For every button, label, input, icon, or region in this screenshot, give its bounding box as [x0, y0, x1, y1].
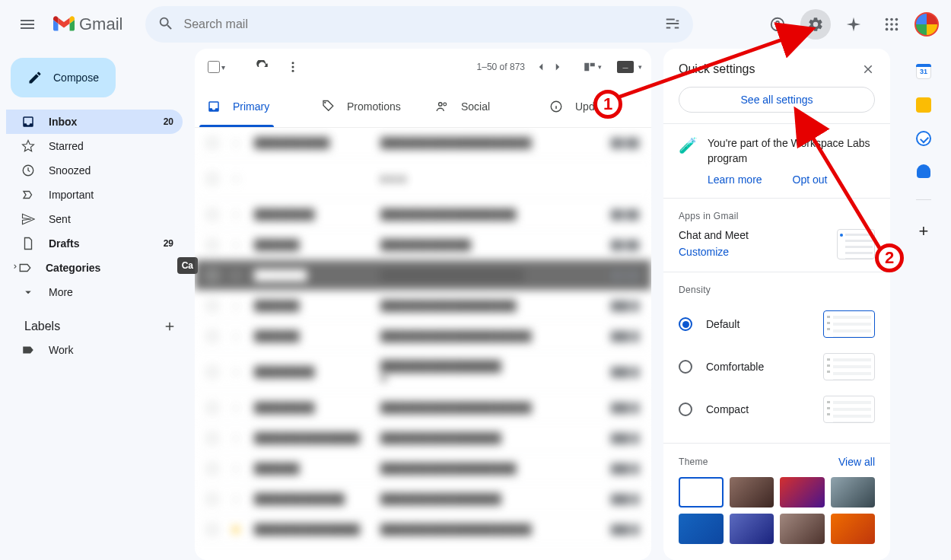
tasks-addon-icon[interactable] — [916, 131, 931, 146]
nav-more[interactable]: More — [6, 280, 183, 304]
radio-icon — [679, 402, 692, 416]
tag-icon — [21, 343, 35, 357]
next-page-icon[interactable] — [551, 60, 565, 74]
search-icon — [157, 15, 174, 34]
nav-inbox[interactable]: Inbox 20 — [6, 110, 183, 134]
svg-point-14 — [439, 102, 443, 106]
app-name-text: Gmail — [79, 14, 122, 34]
density-default-option[interactable]: Default — [679, 303, 875, 345]
chat-meet-label: Chat and Meet — [679, 229, 749, 241]
settings-button[interactable] — [800, 9, 831, 40]
apps-grid-icon — [883, 16, 900, 33]
nav-categories[interactable]: Categories Ca — [6, 256, 183, 280]
theme-tile[interactable] — [831, 514, 876, 544]
star-icon — [21, 139, 35, 153]
see-all-settings-button[interactable]: See all settings — [679, 87, 875, 113]
contacts-addon-icon[interactable] — [917, 164, 930, 178]
theme-title: Theme — [679, 457, 708, 467]
theme-tile-default[interactable] — [679, 477, 724, 508]
nav-starred[interactable]: Starred — [6, 134, 183, 158]
apps-button[interactable] — [876, 9, 907, 40]
gmail-logo[interactable]: Gmail — [46, 14, 130, 34]
apps-preview-icon — [837, 229, 875, 259]
select-all-checkbox[interactable]: ▾ — [204, 57, 229, 77]
theme-tile[interactable] — [780, 477, 825, 508]
density-comfortable-option[interactable]: Comfortable — [679, 345, 875, 388]
label-work[interactable]: Work — [6, 338, 183, 362]
prev-page-icon[interactable] — [534, 60, 548, 74]
labs-section: 🧪 You're part of the Workspace Labs prog… — [663, 123, 890, 198]
compose-label: Compose — [53, 72, 99, 84]
theme-grid — [679, 477, 875, 544]
thread-list[interactable]: ☆████████████████████████████████:██ ☆■ … — [195, 128, 651, 560]
more-button[interactable] — [278, 52, 308, 82]
split-toggle-icon[interactable] — [583, 60, 596, 74]
inbox-tab-icon — [207, 100, 221, 113]
theme-tile[interactable] — [831, 477, 876, 508]
nav-sent[interactable]: Sent — [6, 207, 183, 231]
apps-section: Apps in Gmail Chat and Meet Customize — [663, 198, 890, 272]
sidebar: Compose Inbox 20 Starred Snoozed Importa… — [0, 49, 195, 560]
tab-updates[interactable]: Upd — [537, 85, 621, 127]
tab-primary[interactable]: Primary — [195, 85, 309, 127]
chevron-down-icon — [21, 285, 35, 299]
mail-toolbar: ▾ 1–50 of 873 ▾ — ▾ — [195, 49, 651, 85]
svg-point-11 — [292, 66, 294, 68]
learn-more-link[interactable]: Learn more — [708, 173, 762, 186]
search-options-icon[interactable] — [664, 15, 681, 34]
theme-tile[interactable] — [730, 514, 774, 544]
flask-icon: 🧪 — [679, 136, 697, 154]
inbox-icon — [21, 115, 35, 129]
quick-settings-panel: Quick settings See all settings 🧪 You're… — [663, 49, 890, 560]
sparkle-icon — [845, 16, 862, 33]
help-button[interactable] — [762, 9, 793, 40]
nav-important[interactable]: Important — [6, 183, 183, 207]
get-addons-button[interactable]: + — [919, 221, 929, 241]
svg-point-12 — [292, 70, 294, 72]
theme-tile[interactable] — [780, 514, 825, 544]
svg-point-5 — [895, 23, 899, 26]
nav-snoozed[interactable]: Snoozed — [6, 158, 183, 183]
svg-point-1 — [890, 18, 893, 21]
tab-social[interactable]: Social — [423, 85, 537, 127]
info-icon — [549, 100, 563, 113]
mail-list-pane: ▾ 1–50 of 873 ▾ — ▾ — [195, 49, 651, 560]
svg-point-7 — [890, 28, 893, 31]
app-header: Gmail — [0, 0, 951, 49]
tab-promotions[interactable]: Promotions — [309, 85, 423, 127]
main-menu-button[interactable] — [9, 6, 46, 43]
density-compact-option[interactable]: Compact — [679, 388, 875, 431]
pencil-icon — [27, 70, 43, 85]
theme-tile[interactable] — [679, 514, 724, 544]
tag-tab-icon — [321, 100, 335, 113]
more-vert-icon — [286, 60, 300, 74]
settings-title: Quick settings — [679, 62, 755, 76]
important-icon — [21, 188, 35, 202]
svg-point-4 — [890, 23, 893, 26]
theme-tile[interactable] — [730, 477, 774, 508]
calendar-addon-icon[interactable]: 31 — [916, 64, 931, 79]
customize-link[interactable]: Customize — [679, 246, 749, 258]
people-icon — [435, 100, 449, 113]
svg-point-13 — [324, 101, 326, 103]
labels-header: Labels — [6, 304, 195, 338]
keep-addon-icon[interactable] — [916, 97, 931, 113]
gmail-icon — [53, 16, 75, 33]
input-tools-button[interactable]: — — [617, 61, 634, 73]
add-label-icon[interactable] — [163, 320, 177, 333]
close-settings-icon[interactable] — [861, 62, 875, 76]
search-bar[interactable] — [145, 6, 693, 43]
svg-point-10 — [292, 62, 294, 64]
nav-drafts[interactable]: Drafts 29 — [6, 231, 183, 256]
view-all-themes-link[interactable]: View all — [838, 456, 875, 468]
gemini-button[interactable] — [838, 9, 869, 40]
clock-icon — [21, 164, 35, 177]
help-icon — [769, 16, 786, 33]
opt-out-link[interactable]: Opt out — [793, 173, 828, 186]
refresh-button[interactable] — [247, 52, 278, 82]
density-comfortable-thumb — [823, 353, 875, 380]
svg-point-2 — [895, 18, 899, 21]
compose-button[interactable]: Compose — [11, 58, 116, 97]
search-input[interactable] — [183, 18, 664, 31]
account-avatar[interactable] — [914, 12, 939, 37]
